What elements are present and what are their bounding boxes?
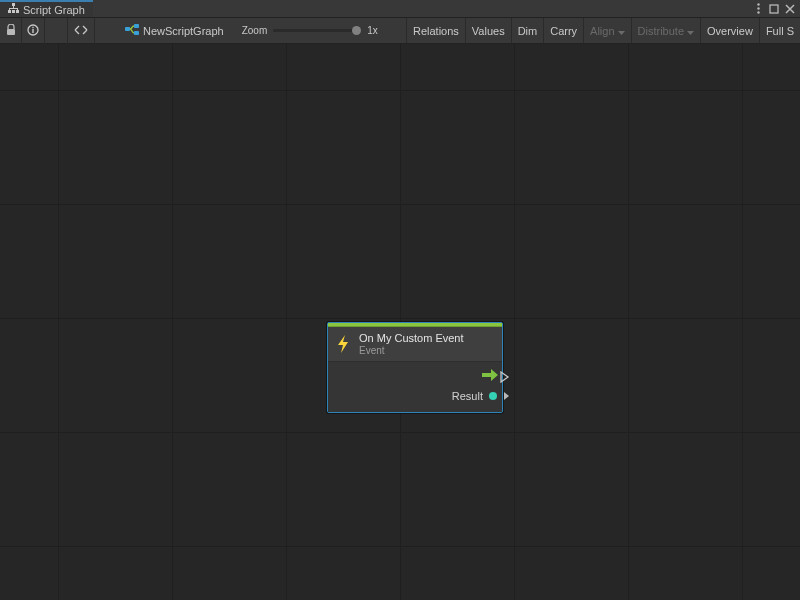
toggle-dim[interactable]: Dim — [511, 18, 544, 43]
breadcrumb-name: NewScriptGraph — [143, 25, 224, 37]
svg-rect-16 — [125, 27, 130, 31]
graph-canvas[interactable]: On My Custom Event Event Result — [0, 44, 800, 600]
node-subtitle: Event — [359, 345, 464, 357]
zoom-slider-thumb[interactable] — [352, 26, 361, 35]
node-on-my-custom-event[interactable]: On My Custom Event Event Result — [327, 322, 503, 413]
kebab-menu-icon[interactable] — [751, 2, 765, 16]
svg-rect-17 — [134, 24, 139, 28]
zoom-control: Zoom 1x — [232, 25, 388, 36]
svg-point-10 — [757, 11, 759, 13]
svg-rect-15 — [32, 26, 33, 27]
window-tab-script-graph[interactable]: Script Graph — [0, 0, 93, 17]
info-button[interactable] — [22, 18, 45, 44]
node-output-result: Result — [334, 386, 498, 406]
svg-point-8 — [757, 3, 759, 5]
svg-rect-1 — [8, 10, 11, 13]
breadcrumb[interactable]: NewScriptGraph — [117, 24, 232, 38]
node-body: Result — [328, 362, 502, 412]
toggle-relations[interactable]: Relations — [406, 18, 465, 43]
maximize-icon[interactable] — [767, 2, 781, 16]
lock-icon — [6, 24, 16, 38]
lock-button[interactable] — [0, 18, 22, 44]
chevron-down-icon — [687, 25, 694, 37]
toggle-overview[interactable]: Overview — [700, 18, 759, 43]
dropdown-align-label: Align — [590, 25, 614, 37]
graph-toggle-button[interactable] — [67, 18, 95, 44]
svg-rect-11 — [770, 5, 778, 13]
script-graph-icon — [125, 24, 139, 38]
hierarchy-icon — [8, 3, 19, 16]
svg-rect-12 — [7, 29, 15, 35]
close-icon[interactable] — [783, 2, 797, 16]
svg-rect-14 — [32, 29, 33, 33]
svg-rect-2 — [12, 10, 15, 13]
flow-arrow-icon — [482, 369, 498, 383]
svg-rect-0 — [12, 3, 15, 6]
svg-rect-7 — [17, 8, 18, 10]
node-output-flow — [334, 366, 498, 386]
node-header[interactable]: On My Custom Event Event — [328, 327, 502, 362]
node-title: On My Custom Event — [359, 332, 464, 345]
zoom-slider[interactable] — [273, 29, 361, 32]
bolt-icon — [333, 334, 353, 354]
toggle-carry[interactable]: Carry — [543, 18, 583, 43]
titlebar: Script Graph — [0, 0, 800, 18]
chevron-down-icon — [618, 25, 625, 37]
info-icon — [27, 24, 39, 38]
data-output-port-arrow — [504, 392, 509, 400]
dropdown-distribute[interactable]: Distribute — [631, 18, 700, 43]
svg-rect-6 — [9, 8, 10, 10]
flow-output-port[interactable] — [500, 371, 510, 385]
zoom-value: 1x — [367, 25, 378, 36]
toggle-values[interactable]: Values — [465, 18, 511, 43]
dropdown-distribute-label: Distribute — [638, 25, 684, 37]
svg-rect-5 — [9, 8, 18, 9]
dropdown-align[interactable]: Align — [583, 18, 630, 43]
svg-point-9 — [757, 7, 759, 9]
svg-rect-3 — [16, 10, 19, 13]
svg-rect-18 — [134, 31, 139, 35]
data-output-port[interactable] — [489, 392, 497, 400]
zoom-label: Zoom — [242, 25, 268, 36]
graph-toggle-icon — [73, 25, 89, 37]
node-output-result-label: Result — [452, 390, 483, 402]
svg-rect-19 — [482, 373, 491, 377]
toggle-fullscreen[interactable]: Full S — [759, 18, 800, 43]
window-tab-title: Script Graph — [23, 4, 85, 16]
toolbar: NewScriptGraph Zoom 1x Relations Values … — [0, 18, 800, 44]
